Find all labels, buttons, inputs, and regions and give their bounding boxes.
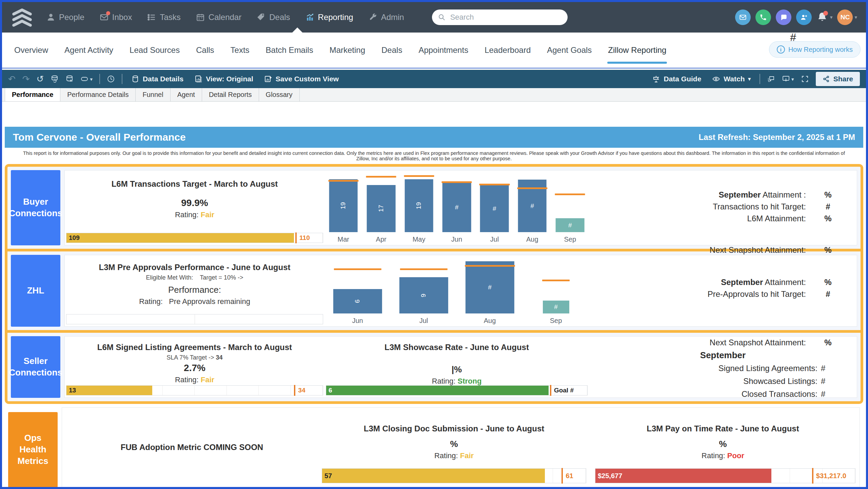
target-label: 34 [294, 387, 305, 394]
sheet-tab-glossary[interactable]: Glossary [259, 88, 300, 101]
sheet-tab-performance[interactable]: Performance [5, 88, 60, 101]
clock-icon[interactable] [107, 75, 115, 83]
zhl-empty-bullet-bar[interactable] [66, 314, 323, 324]
help-label: How Reporting works [788, 46, 853, 54]
metric-title: L3M Pre Approvals Performance - June to … [99, 263, 291, 272]
chevron-down-icon: ▾ [791, 77, 794, 82]
target-line[interactable] [555, 193, 585, 195]
undo-icon[interactable]: ↶ [8, 75, 16, 83]
attainment-line: Transactions to hit Target:# [589, 201, 857, 212]
how-reporting-works-button[interactable]: i How Reporting works [769, 41, 861, 58]
sheet-tab-detail-reports[interactable]: Detail Reports [202, 88, 259, 101]
email-button[interactable] [735, 9, 751, 25]
metric-title: L3M Showcase Rate - June to August [384, 343, 529, 352]
target-line[interactable] [366, 176, 396, 178]
chart-bar[interactable]: 9 [399, 277, 448, 313]
refresh-data-icon[interactable] [51, 75, 59, 83]
global-search[interactable] [432, 9, 568, 25]
data-details-button[interactable]: Data Details [129, 75, 185, 83]
view-original-button[interactable]: View: Original [192, 75, 255, 83]
nav-item-people[interactable]: People [46, 13, 84, 22]
zhl-monthly-chart[interactable]: 6Jun9Jul#Aug#Sep [324, 255, 589, 326]
bar-value-label: 17 [377, 205, 385, 212]
messages-button[interactable] [776, 9, 791, 25]
fullscreen-icon[interactable] [801, 75, 809, 83]
nav-item-reporting[interactable]: Reporting [305, 13, 353, 22]
metric-line: Showcased Listings:# [589, 375, 857, 388]
tab-marketing[interactable]: Marketing [330, 33, 365, 68]
target-line[interactable] [400, 268, 447, 270]
chart-bar[interactable]: 19 [405, 179, 433, 232]
tab-agent-activity[interactable]: Agent Activity [64, 33, 113, 68]
sheet-tab-performance-details[interactable]: Performance Details [60, 88, 136, 101]
target-line[interactable] [404, 175, 434, 177]
tab-leaderboard[interactable]: Leaderboard [485, 33, 531, 68]
view-icon [194, 75, 202, 83]
search-input[interactable] [450, 13, 551, 22]
sheet-tab-agent[interactable]: Agent [171, 88, 202, 101]
target-line[interactable] [465, 265, 515, 267]
sheet-tab-funnel[interactable]: Funnel [136, 88, 170, 101]
tab-zillow-reporting[interactable]: Zillow Reporting [608, 33, 666, 68]
chart-bar[interactable]: # [465, 261, 514, 313]
eye-icon [712, 75, 720, 83]
tab-overview[interactable]: Overview [14, 33, 48, 68]
data-guide-button[interactable]: Data Guide [650, 75, 703, 83]
chart-bar[interactable]: 17 [367, 185, 396, 232]
nav-item-tasks[interactable]: Tasks [147, 13, 180, 22]
buyer-monthly-chart[interactable]: 19Mar17Apr19May#Jun#Jul#Aug#Sep [324, 170, 589, 245]
target-line[interactable] [441, 181, 472, 183]
tab-appointments[interactable]: Appointments [418, 33, 468, 68]
comments-icon[interactable] [767, 75, 775, 83]
chart-bar[interactable]: # [480, 185, 509, 232]
chevron-down-icon: ▾ [854, 14, 857, 20]
main-navigation: People Inbox Tasks Calendar [2, 2, 866, 33]
showcase-bullet-bar[interactable]: 6 Goal # [326, 385, 588, 395]
closing-doc-bullet-bar[interactable]: 57 61 [322, 468, 586, 483]
nav-item-calendar[interactable]: Calendar [196, 13, 241, 22]
tab-texts[interactable]: Texts [231, 33, 250, 68]
nav-item-inbox[interactable]: Inbox [99, 13, 132, 22]
followupboss-logo[interactable] [11, 8, 33, 27]
account-menu[interactable]: NC ▾ [837, 9, 857, 25]
tab-lead-sources[interactable]: Lead Sources [130, 33, 180, 68]
share-button[interactable]: Share [816, 72, 860, 86]
tab-deals[interactable]: Deals [381, 33, 402, 68]
chart-bar[interactable]: 19 [329, 179, 358, 232]
bar-chart[interactable]: 6Jun9Jul#Aug#Sep [324, 260, 589, 325]
seller-target-bullet-bar[interactable]: 13 34 [66, 385, 323, 395]
target-line[interactable] [479, 184, 510, 185]
chart-bar[interactable]: # [556, 218, 585, 232]
display-mode-icon[interactable]: ▾ [782, 75, 794, 83]
envelope-icon [739, 14, 747, 21]
call-button[interactable] [755, 9, 771, 25]
rating-line: Rating: Strong [432, 377, 482, 386]
nav-item-admin[interactable]: Admin [368, 13, 404, 22]
chart-bar[interactable]: 6 [333, 289, 382, 313]
pay-on-time-bullet-bar[interactable]: $25,677 $31,217.0 [595, 468, 855, 483]
chart-slot: #Jul [476, 175, 513, 244]
redo-icon[interactable]: ↷ [22, 75, 30, 83]
bar-chart[interactable]: 19Mar17Apr19May#Jun#Jul#Aug#Sep [324, 175, 589, 244]
chat-bubble-icon [780, 14, 787, 21]
nav-item-deals[interactable]: Deals [256, 13, 290, 22]
toolbar-divider [122, 74, 122, 84]
tab-batch-emails[interactable]: Batch Emails [266, 33, 313, 68]
target-line[interactable] [542, 280, 570, 281]
target-line[interactable] [334, 268, 381, 270]
device-layout-icon[interactable]: ▾ [80, 75, 93, 83]
tab-calls[interactable]: Calls [196, 33, 214, 68]
pause-updates-icon[interactable] [65, 75, 74, 83]
target-line[interactable] [517, 187, 547, 189]
chart-bar[interactable]: # [442, 183, 471, 232]
watch-button[interactable]: Watch ▾ [710, 75, 753, 83]
target-line[interactable] [328, 180, 358, 182]
save-custom-view-button[interactable]: Save Custom View [262, 75, 341, 83]
notifications-button[interactable]: ▾ [816, 11, 833, 24]
chart-bar[interactable]: # [543, 301, 569, 313]
tab-agent-goals[interactable]: Agent Goals [547, 33, 592, 68]
revert-icon[interactable]: ↺ [37, 75, 44, 83]
buyer-target-bullet-bar[interactable]: 109 110 [66, 233, 323, 243]
add-person-button[interactable] [796, 9, 812, 25]
ops-health-row: Ops Health Metrics FUB Adoption Metric C… [5, 407, 863, 487]
